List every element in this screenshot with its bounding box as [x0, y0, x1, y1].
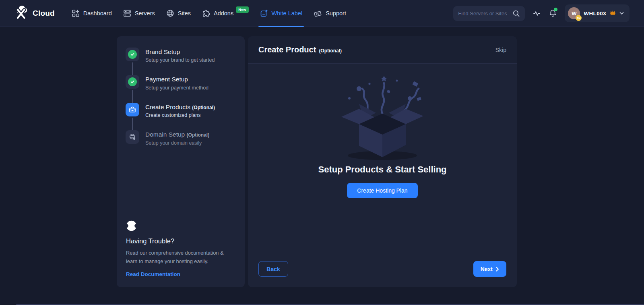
nav-label: Servers: [135, 10, 155, 17]
step-brand-setup[interactable]: Brand Setup Setup your brand to get star…: [126, 48, 236, 75]
ticket-icon: [314, 9, 322, 18]
step-title: Brand Setup: [145, 48, 215, 56]
check-icon: [128, 50, 137, 59]
briefcase-icon: [126, 103, 139, 116]
panel-title: Create Product: [258, 45, 316, 54]
next-button-label: Next: [481, 266, 493, 272]
dashboard-icon: [72, 9, 80, 17]
read-documentation-link[interactable]: Read Documentation: [126, 271, 180, 277]
step-create-products[interactable]: Create Products (Optional) Create custom…: [126, 103, 236, 130]
active-tab-underline: [258, 26, 304, 27]
nav-label: Support: [326, 10, 346, 17]
globe-icon: [166, 9, 174, 17]
nav-item-sites[interactable]: Sites: [161, 0, 196, 27]
step-title: Domain Setup: [145, 131, 185, 138]
search-icon[interactable]: [512, 10, 520, 17]
avatar-badge: RM: [576, 15, 582, 21]
step-status-icon: [126, 48, 139, 61]
nav-item-servers[interactable]: Servers: [118, 0, 161, 27]
activity-icon[interactable]: [533, 9, 541, 18]
skip-button[interactable]: Skip: [495, 47, 506, 53]
step-subtitle: Setup your payment method: [145, 85, 208, 91]
nav-item-white-label[interactable]: White Label: [254, 0, 308, 27]
white-label-icon: [260, 9, 268, 17]
topbar: Cloud Dashboard: [0, 0, 644, 27]
topbar-right: W RM WHL003: [453, 4, 630, 22]
crown-icon: [610, 10, 616, 17]
step-payment-setup[interactable]: Payment Setup Setup your payment method: [126, 75, 236, 102]
help-section: Having Trouble? Read our comprehensive d…: [126, 220, 236, 278]
brand-name: Cloud: [33, 9, 55, 18]
open-box-confetti-illustration: [336, 73, 429, 162]
step-subtitle: Setup your brand to get started: [145, 57, 215, 63]
nav-label: Sites: [178, 10, 191, 17]
nav-item-addons[interactable]: Addons New: [196, 0, 254, 27]
bell-icon[interactable]: [549, 9, 557, 18]
step-title: Create Products: [145, 104, 190, 110]
step-status-icon: [126, 75, 139, 89]
puzzle-icon: [202, 9, 210, 17]
app-logo[interactable]: Cloud: [14, 5, 55, 21]
onboarding-stepper-card: Brand Setup Setup your brand to get star…: [117, 36, 245, 287]
servers-icon: [123, 9, 131, 17]
step-optional-tag: (Optional): [187, 132, 210, 138]
panel-footer: Back Next: [258, 261, 506, 277]
back-button[interactable]: Back: [258, 261, 288, 277]
panel-heading: Setup Products & Start Selling: [318, 164, 446, 175]
nav-item-support[interactable]: Support: [308, 0, 352, 27]
horizontal-scrollbar[interactable]: [16, 304, 644, 305]
create-hosting-plan-button[interactable]: Create Hosting Plan: [347, 183, 417, 198]
lifebuoy-icon: [126, 220, 236, 231]
search-input[interactable]: [458, 10, 509, 17]
create-product-panel: Create Product (Optional) Skip: [248, 36, 517, 287]
xcloud-logo-icon: [14, 5, 31, 21]
main-nav: Dashboard Servers: [66, 0, 352, 27]
nav-label: Addons: [214, 10, 233, 17]
new-badge: New: [236, 6, 248, 13]
domain-globe-cursor-icon: [126, 130, 139, 144]
nav-label: White Label: [272, 10, 303, 17]
next-button[interactable]: Next: [473, 261, 506, 277]
help-title: Having Trouble?: [126, 237, 236, 245]
avatar: W RM: [568, 7, 580, 19]
help-body: Read our comprehensive documentation & l…: [126, 249, 236, 266]
nav-label: Dashboard: [83, 10, 112, 17]
global-search[interactable]: [453, 6, 525, 21]
panel-header: Create Product (Optional) Skip: [248, 36, 517, 64]
step-optional-tag: (Optional): [192, 105, 215, 110]
check-icon: [128, 77, 137, 86]
chevron-right-icon: [496, 267, 499, 272]
step-title: Payment Setup: [145, 75, 208, 83]
user-menu[interactable]: W RM WHL003: [565, 4, 630, 22]
app-root: Cloud Dashboard: [0, 0, 644, 305]
username: WHL003: [584, 10, 606, 17]
panel-body: Setup Products & Start Selling Create Ho…: [248, 64, 517, 198]
panel-optional-tag: (Optional): [319, 48, 342, 54]
step-subtitle: Setup your domain easily: [145, 140, 209, 146]
chevron-down-icon: [619, 12, 624, 15]
step-domain-setup[interactable]: Domain Setup (Optional) Setup your domai…: [126, 130, 236, 158]
step-subtitle: Create customized plans: [145, 112, 215, 118]
nav-item-dashboard[interactable]: Dashboard: [66, 0, 118, 27]
